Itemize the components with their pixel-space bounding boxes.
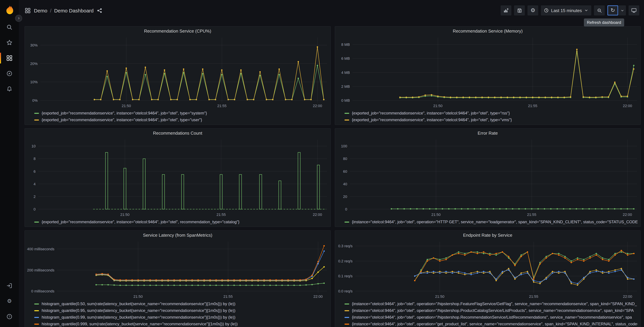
sidebar-item-search[interactable] bbox=[3, 20, 16, 35]
svg-text:20%: 20% bbox=[30, 62, 38, 66]
svg-text:21:50: 21:50 bbox=[431, 212, 440, 217]
legend-series-label: {exported_job="recommendationservice", i… bbox=[352, 118, 512, 122]
zoom-out-icon bbox=[597, 8, 602, 13]
legend-series-marker bbox=[344, 119, 349, 120]
breadcrumb-section[interactable]: Demo bbox=[34, 8, 47, 13]
bell-icon bbox=[6, 86, 12, 92]
add-panel-button[interactable] bbox=[501, 5, 511, 16]
svg-text:80: 80 bbox=[343, 156, 347, 161]
svg-text:21:55: 21:55 bbox=[529, 294, 538, 299]
legend-item[interactable]: {instance="otelcol:9464", job="otel", op… bbox=[344, 320, 638, 327]
sidebar-item-sign-in[interactable] bbox=[3, 278, 16, 294]
legend-series-marker bbox=[34, 303, 39, 304]
legend: {exported_job="recommendationservice", i… bbox=[25, 218, 330, 226]
cycle-view-mode-button[interactable] bbox=[628, 5, 639, 16]
panel-recommendation-memory: Recommendation Service (Memory) 0 MB2 MB… bbox=[335, 26, 641, 125]
panel-recommendation-cpu: Recommendation Service (CPU%) 0%10%20%30… bbox=[24, 26, 331, 125]
dashboards-grid-icon bbox=[6, 55, 12, 61]
legend-series-marker bbox=[34, 317, 39, 318]
svg-text:30%: 30% bbox=[30, 43, 38, 47]
sidebar-item-alerting[interactable] bbox=[3, 81, 16, 97]
legend-series-label: histogram_quantile(0.99, sum(rate(latenc… bbox=[42, 315, 235, 320]
legend: {exported_job="recommendationservice", i… bbox=[335, 109, 640, 124]
svg-text:8 MB: 8 MB bbox=[341, 42, 350, 47]
svg-text:60: 60 bbox=[343, 170, 347, 174]
svg-text:0: 0 bbox=[34, 207, 36, 211]
sign-in-icon bbox=[6, 283, 12, 289]
sidebar-expand-button[interactable]: › bbox=[15, 15, 22, 22]
sidebar-item-settings[interactable]: ⚙ bbox=[3, 294, 16, 309]
svg-text:21:55: 21:55 bbox=[216, 212, 226, 217]
share-icon[interactable] bbox=[97, 8, 102, 13]
svg-text:21:50: 21:50 bbox=[134, 294, 143, 299]
svg-text:22:00: 22:00 bbox=[313, 104, 322, 108]
panel-title[interactable]: Recommendation Service (CPU%) bbox=[25, 26, 330, 36]
svg-text:6 MB: 6 MB bbox=[341, 56, 350, 60]
clock-icon bbox=[544, 8, 549, 13]
panel-title[interactable]: Recommendation Service (Memory) bbox=[335, 26, 640, 36]
save-dashboard-button[interactable] bbox=[514, 5, 525, 16]
legend: {instance="otelcol:9464", job="otel", op… bbox=[335, 300, 640, 327]
breadcrumb-separator: / bbox=[50, 8, 51, 13]
legend-item[interactable]: histogram_quantile(0.95, sum(rate(latenc… bbox=[34, 307, 328, 314]
sidebar-item-help[interactable]: ? bbox=[3, 309, 16, 324]
svg-text:10: 10 bbox=[32, 144, 36, 148]
zoom-out-button[interactable] bbox=[594, 5, 605, 16]
chart-error-rate[interactable]: 02040608010021:5021:5522:00 bbox=[335, 138, 640, 218]
dashboard-grid: Recommendation Service (CPU%) 0%10%20%30… bbox=[19, 21, 644, 327]
legend-item[interactable]: histogram_quantile(0.50, sum(rate(latenc… bbox=[34, 300, 328, 307]
legend-item[interactable]: histogram_quantile(0.999, sum(rate(laten… bbox=[34, 320, 328, 327]
chart-recommendation-memory[interactable]: 0 MB2 MB4 MB6 MB8 MB21:5021:5522:00 bbox=[335, 36, 640, 109]
legend-series-label: {exported_job="recommendationservice", i… bbox=[42, 118, 202, 122]
apps-grid-icon[interactable] bbox=[25, 8, 30, 13]
legend-series-label: {exported_job="recommendationservice", i… bbox=[352, 111, 510, 116]
legend-item[interactable]: {instance="otelcol:9464", job="otel", op… bbox=[344, 218, 638, 225]
svg-text:8: 8 bbox=[34, 156, 36, 161]
panel-title[interactable]: Service Latency (from SpanMetrics) bbox=[25, 231, 330, 240]
svg-text:4: 4 bbox=[34, 182, 36, 186]
star-icon bbox=[6, 40, 12, 46]
refresh-interval-dropdown[interactable] bbox=[618, 5, 626, 16]
sidebar-item-starred[interactable] bbox=[3, 35, 16, 50]
chart-recommendation-cpu[interactable]: 0%10%20%30%21:5021:5522:00 bbox=[25, 36, 330, 109]
sidebar-item-explore[interactable] bbox=[3, 66, 16, 81]
chart-service-latency[interactable]: 0 milliseconds200 milliseconds400 millis… bbox=[25, 240, 330, 300]
panel-title[interactable]: Error Rate bbox=[335, 128, 640, 138]
chart-svg: 0%10%20%30%21:5021:5522:00 bbox=[25, 36, 330, 109]
svg-text:21:55: 21:55 bbox=[527, 212, 536, 217]
svg-text:22:00: 22:00 bbox=[623, 294, 632, 299]
sidebar-item-dashboards[interactable] bbox=[3, 50, 16, 66]
search-icon bbox=[6, 24, 12, 30]
legend-series-label: {instance="otelcol:9464", job="otel", op… bbox=[352, 308, 634, 313]
legend-item[interactable]: {exported_job="recommendationservice", i… bbox=[344, 116, 638, 123]
legend-item[interactable]: {exported_job="recommendationservice", i… bbox=[34, 110, 328, 116]
panel-title[interactable]: Endpoint Rate by Service bbox=[335, 231, 640, 240]
chart-svg: 024681021:5021:5522:00 bbox=[25, 138, 330, 218]
legend: histogram_quantile(0.50, sum(rate(latenc… bbox=[25, 300, 330, 327]
chart-recommendations-count[interactable]: 024681021:5021:5522:00 bbox=[25, 138, 330, 218]
panel-service-latency: Service Latency (from SpanMetrics) 0 mil… bbox=[24, 230, 331, 327]
svg-text:2: 2 bbox=[34, 194, 36, 199]
svg-text:0: 0 bbox=[345, 207, 347, 211]
legend-series-label: histogram_quantile(0.50, sum(rate(latenc… bbox=[42, 302, 235, 306]
svg-text:21:50: 21:50 bbox=[435, 294, 444, 299]
breadcrumb-page[interactable]: Demo Dashboard bbox=[54, 8, 94, 13]
svg-text:?: ? bbox=[8, 315, 10, 318]
dashboard-settings-button[interactable]: ⚙ bbox=[528, 5, 538, 16]
panel-endpoint-rate: Endpoint Rate by Service 0.0 req/s0.1 re… bbox=[335, 230, 641, 327]
legend-item[interactable]: {instance="otelcol:9464", job="otel", op… bbox=[344, 300, 638, 307]
legend-series-marker bbox=[34, 310, 39, 311]
legend-item[interactable]: {exported_job="recommendationservice", i… bbox=[344, 110, 638, 116]
legend-item[interactable]: {instance="otelcol:9464", job="otel", op… bbox=[344, 307, 638, 314]
legend-item[interactable]: {exported_job="recommendationservice", i… bbox=[34, 116, 328, 123]
chart-endpoint-rate[interactable]: 0.0 req/s0.1 req/s0.2 req/s0.3 req/s21:5… bbox=[335, 240, 640, 300]
refresh-icon: ↻ bbox=[610, 8, 615, 13]
legend-item[interactable]: histogram_quantile(0.99, sum(rate(latenc… bbox=[34, 314, 328, 320]
refresh-dashboard-button[interactable]: ↻ bbox=[608, 5, 618, 16]
legend-item[interactable]: {exported_job="recommendationservice", i… bbox=[34, 218, 328, 225]
panel-title[interactable]: Recommendations Count bbox=[25, 128, 330, 138]
sidebar: ⚙ ? bbox=[0, 0, 19, 327]
time-range-picker[interactable]: Last 15 minutes bbox=[541, 5, 591, 16]
grafana-logo-icon[interactable] bbox=[3, 3, 16, 16]
legend-item[interactable]: {instance="otelcol:9464", job="otel", op… bbox=[344, 314, 638, 320]
